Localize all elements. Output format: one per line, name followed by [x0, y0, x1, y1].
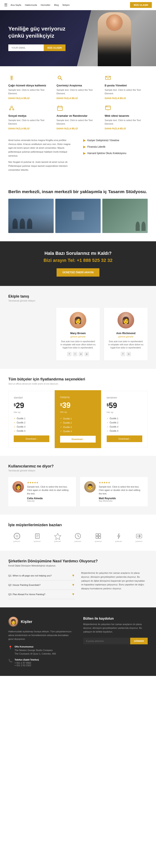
course-item-2[interactable]: ▶ Finansla Liderlik [83, 145, 148, 149]
pricing-feature-s4: ✓Özellik 4 [14, 430, 49, 432]
team-card-ann: 👩 Ann Richmond göreve görsele Duis aute … [104, 308, 148, 361]
service-1-link[interactable]: DAHA FAZLA BİLGİ [8, 97, 29, 99]
footer-grid: 👩 Kişiler Hakkımızdaki açıklamayı buraya… [8, 617, 148, 666]
pricing-price-featured: $39 [60, 401, 96, 410]
service-4-link[interactable]: DAHA FAZLA BİLGİ [8, 127, 29, 130]
svg-point-6 [11, 106, 12, 108]
cta-call-button[interactable]: ÜCRETSİZ ÖNERİ ARAYIN [57, 268, 99, 277]
service-6-link[interactable]: DAHA FAZLA BİLGİ [105, 127, 126, 130]
team-empty-slot [8, 308, 52, 361]
client-logo-4: ŞIRKAT [74, 532, 81, 542]
service-5-link[interactable]: DAHA FAZLA BİLGİ [57, 127, 78, 130]
pricing-feature-f1: ✓Özellik 1 [60, 417, 96, 420]
faq-q3: Q3: Plan Ahead For Home Painting? [8, 593, 45, 595]
team-section: Ekiple tanış Tanıtılacak görsele tıklayı… [0, 286, 156, 369]
faq-q1: Q1: When is off-page seo not helping you… [8, 575, 52, 577]
phone-label: Telefon (Sabit Telefon) [15, 658, 39, 661]
faq-item-1[interactable]: Q1: When is off-page seo not helping you… [8, 571, 75, 580]
service-2-link[interactable]: DAHA FAZLA BİLGİ [57, 97, 78, 99]
hero-section: Yeniliğe güç veriyoruz çünkü yenilikçiyi… [0, 10, 156, 66]
hamburger-icon[interactable]: ☰ [4, 3, 7, 7]
pinterest-icon[interactable]: p [84, 352, 89, 356]
studio-image-3 [102, 199, 148, 233]
testimonial-2-title: Baş Mühendisi [99, 500, 144, 502]
facebook-icon[interactable]: f [67, 352, 72, 356]
services-row-1: Çağrı hizmeti dünya kalitemiz Sample tex… [8, 74, 148, 100]
pricing-download-complete[interactable]: Download ↓ [107, 435, 142, 442]
nav-link-blog[interactable]: Blog [54, 4, 59, 6]
studio-section: Berlin merkezli, insan merkezli bir yakl… [0, 180, 156, 241]
pricing-download-standard[interactable]: Download ↓ [14, 435, 49, 442]
nav-link-home[interactable]: Ana Sayfa [10, 4, 21, 6]
service-3-link[interactable]: DAHA FAZLA BİLGİ [105, 97, 126, 99]
pricing-section: Tüm bütçeler için fiyatlandırma seçenekl… [0, 369, 156, 456]
service-6-title: Web sitesi tasarımı [105, 114, 148, 117]
course-item-1[interactable]: ▶ Kariyer Gelişiminizi Yönetme [83, 138, 148, 142]
search-icon [57, 74, 100, 82]
facebook-icon-ann[interactable]: f [121, 352, 125, 356]
hero-person [94, 10, 135, 66]
clients-heading: İşte müşterilerimizden bazıları [8, 523, 148, 527]
testimonial-2-text: Sample text. Click to select the text bo… [99, 485, 144, 495]
pricing-heading: Tüm bütçeler için fiyatlandırma seçenekl… [8, 377, 148, 381]
svg-rect-31 [96, 534, 98, 536]
email-input[interactable] [8, 44, 44, 51]
team-role-mary: göreve görsele [60, 335, 96, 338]
faq-questions-col: Q1: When is off-page seo not helping you… [8, 571, 75, 599]
studio-heading: Berlin merkezli, insan merkezli bir yakl… [8, 189, 148, 194]
faq-arrow-3: ▼ [72, 592, 75, 596]
phone-footer-icon: 📞 [8, 659, 12, 663]
course-2-label: Finansla Liderlik [87, 145, 105, 148]
service-email: E-posta Yönetimi Sample text. Click to s… [105, 74, 148, 100]
courses-col: ▶ Kariyer Gelişiminizi Yönetme ▶ Finansl… [79, 138, 148, 172]
testimonial-1-title: Satıcılar [27, 500, 72, 502]
contact-button[interactable]: BİZE ULAŞIN [130, 2, 152, 8]
team-card-mary: 👩 Mary Brown göreve görsele Duis aute ir… [56, 308, 100, 361]
newsletter-submit-button[interactable]: GÖNDER [130, 638, 148, 644]
pricing-tier-featured: Gelişmiş [60, 396, 96, 399]
course-3-label: Harvard İşletme Okulu Koleksiyonu [87, 152, 126, 155]
testimonials-subtitle: Tanıtılacak görsele tıklayın [8, 469, 148, 472]
svg-point-22 [16, 535, 18, 538]
newsletter-email-input[interactable] [83, 638, 130, 644]
service-4-text: Sample text. Click to select the Text El… [8, 119, 51, 125]
hero-cta-button[interactable]: BİZE ULAŞIN [44, 44, 66, 51]
hero-headline: Yeniliğe güç veriyoruz çünkü yenilikçiyi… [8, 25, 71, 39]
svg-rect-1 [11, 76, 12, 79]
social-icon [8, 105, 51, 112]
pricing-download-featured[interactable]: Download ↓ [60, 436, 96, 442]
svg-line-10 [12, 107, 13, 109]
faq-item-3[interactable]: Q3: Plan Ahead For Home Painting? ▼ [8, 590, 75, 599]
nav-link-services[interactable]: Hizmetler [41, 4, 50, 6]
client-logo-5: ŞIRKAT [95, 532, 102, 542]
testimonial-2-content: ★★★★★ Sample text. Click to select the t… [99, 481, 144, 502]
service-appointments: Aramalar ve Randevular Sample text. Clic… [57, 105, 100, 130]
team-desc-ann: Duis aute irure dolor in reprehenderit i… [108, 340, 144, 349]
svg-line-9 [10, 107, 11, 109]
team-desc-mary: Duis aute irure dolor in reprehenderit i… [60, 340, 96, 349]
course-item-3[interactable]: ▶ Harvard İşletme Okulu Koleksiyonu [83, 151, 148, 155]
testimonial-2: 👨 ★★★★★ Sample text. Click to select the… [80, 477, 148, 506]
nav-links: Ana Sayfa Hakkımızda Hizmetler Blog İlet… [10, 4, 130, 6]
nav-link-contact[interactable]: İletişim [62, 4, 70, 6]
newsletter-heading: Bülten ile kaydolun [83, 617, 148, 620]
svg-line-4 [60, 79, 62, 80]
svg-rect-33 [96, 536, 98, 538]
faq-arrow-1: ▼ [72, 574, 75, 578]
nav-link-about[interactable]: Hakkımızda [25, 4, 37, 6]
linkedin-icon-ann[interactable]: in [127, 352, 131, 356]
phone-icon [8, 74, 51, 82]
calendar-icon [57, 105, 100, 112]
service-social: Sosyal medya Sample text. Click to selec… [8, 105, 51, 130]
pricing-feature-c4: ✓Özellik 4 [107, 430, 142, 432]
footer: 👩 Kişiler Hakkımızdaki açıklamayı buraya… [0, 608, 156, 676]
studio-image-1 [8, 199, 54, 233]
linkedin-icon[interactable]: in [79, 352, 83, 356]
twitter-icon[interactable]: t [73, 352, 77, 356]
faq-item-2[interactable]: Q2: House Painting Essentials? ▼ [8, 580, 75, 590]
service-research: Çevrimiçi Araştırma Sample text. Click t… [57, 74, 100, 100]
team-name-ann: Ann Richmond [108, 332, 144, 335]
service-3-text: Sample text. Click to select the Text El… [105, 88, 148, 95]
phone-1: + 011 2 47 4562 [15, 661, 39, 664]
service-3-title: E-posta Yönetimi [105, 84, 148, 87]
